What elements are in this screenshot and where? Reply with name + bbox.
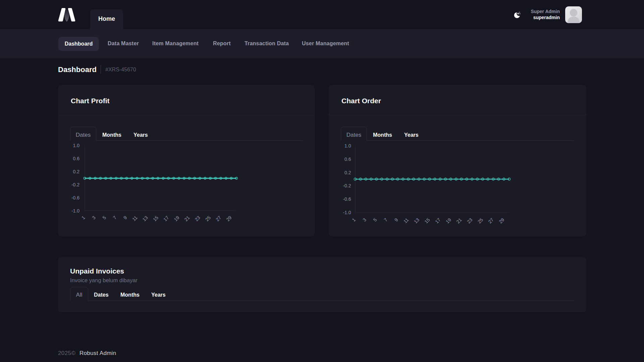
svg-text:29: 29 [225, 215, 232, 222]
svg-text:11: 11 [131, 215, 139, 222]
svg-text:7: 7 [112, 215, 117, 221]
svg-text:13: 13 [413, 217, 420, 224]
svg-text:27: 27 [215, 215, 222, 222]
svg-text:0.6: 0.6 [344, 157, 351, 162]
svg-text:21: 21 [455, 217, 463, 224]
svg-text:27: 27 [487, 217, 494, 224]
svg-text:5: 5 [372, 217, 378, 223]
svg-text:-0.6: -0.6 [343, 196, 351, 202]
svg-text:-1.0: -1.0 [343, 210, 351, 215]
svg-text:1: 1 [351, 217, 357, 223]
svg-text:21: 21 [183, 215, 191, 222]
svg-text:9: 9 [122, 215, 128, 221]
svg-text:9: 9 [393, 217, 399, 223]
svg-text:5: 5 [101, 215, 107, 221]
svg-text:15: 15 [152, 215, 159, 222]
svg-text:19: 19 [445, 217, 452, 224]
svg-text:29: 29 [498, 217, 505, 224]
svg-text:11: 11 [402, 217, 410, 224]
svg-text:19: 19 [173, 215, 180, 222]
svg-text:1.0: 1.0 [344, 143, 351, 148]
svg-text:-0.6: -0.6 [71, 195, 79, 200]
svg-text:-0.2: -0.2 [71, 182, 79, 187]
svg-text:23: 23 [466, 217, 473, 224]
svg-text:1.0: 1.0 [73, 143, 80, 148]
svg-text:0.6: 0.6 [73, 156, 80, 161]
svg-text:13: 13 [142, 215, 149, 222]
svg-text:-0.2: -0.2 [343, 183, 351, 188]
svg-text:1: 1 [80, 215, 86, 221]
svg-text:17: 17 [162, 215, 170, 222]
svg-text:3: 3 [362, 217, 367, 223]
svg-text:0.2: 0.2 [344, 170, 351, 175]
svg-text:17: 17 [434, 217, 441, 224]
svg-text:0.2: 0.2 [73, 169, 80, 174]
svg-text:7: 7 [383, 217, 388, 223]
svg-text:23: 23 [194, 215, 201, 222]
svg-text:-1.0: -1.0 [71, 208, 79, 214]
svg-text:3: 3 [91, 215, 97, 221]
svg-text:25: 25 [204, 215, 212, 222]
svg-text:15: 15 [423, 217, 431, 224]
svg-text:25: 25 [477, 217, 484, 224]
